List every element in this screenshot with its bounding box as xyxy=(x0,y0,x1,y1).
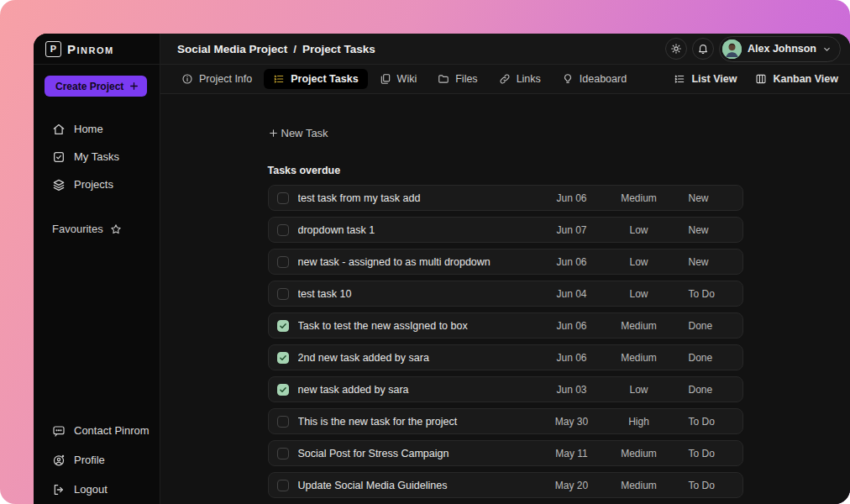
task-status[interactable]: New xyxy=(677,256,732,268)
task-due-date[interactable]: Jun 06 xyxy=(543,256,601,268)
sidebar-item-profile[interactable]: Profile xyxy=(34,445,160,475)
list-view-button[interactable]: List View xyxy=(674,73,737,85)
plus-icon xyxy=(268,128,279,139)
task-list: test task from my task add Jun 06 Medium… xyxy=(268,185,743,504)
sidebar-item-my-tasks[interactable]: My Tasks xyxy=(34,143,160,171)
section-title: Tasks overdue xyxy=(268,165,743,176)
top-bar: Social Media Project / Project Tasks xyxy=(160,34,850,65)
kanban-view-button[interactable]: Kanban View xyxy=(755,73,838,85)
task-row[interactable]: test task from my task add Jun 06 Medium… xyxy=(268,185,743,211)
sidebar-item-contact[interactable]: Contact Pinrom xyxy=(34,416,160,445)
task-status[interactable]: To Do xyxy=(677,480,732,491)
task-priority[interactable]: Medium xyxy=(601,320,677,332)
sidebar-item-label: Projects xyxy=(74,178,113,191)
task-checkbox[interactable] xyxy=(277,384,289,396)
task-name: This is the new task for the project xyxy=(298,416,543,428)
task-priority[interactable]: Low xyxy=(601,224,677,236)
task-checkbox[interactable] xyxy=(277,288,289,300)
top-controls: Alex Johnson xyxy=(665,36,841,62)
new-task-button[interactable]: New Task xyxy=(268,127,328,139)
task-row[interactable]: dropdown task 1 Jun 07 Low New xyxy=(268,217,743,243)
task-priority[interactable]: Medium xyxy=(601,448,677,459)
tab-ideaboard[interactable]: Ideaboard xyxy=(553,69,636,89)
sidebar-item-logout[interactable]: Logout xyxy=(34,475,160,504)
create-project-button[interactable]: Create Project xyxy=(45,76,147,97)
sidebar-footer: Contact Pinrom Profile Logout xyxy=(34,416,160,504)
sidebar-item-projects[interactable]: Projects xyxy=(34,171,160,198)
tab-project-info[interactable]: Project Info xyxy=(172,69,261,89)
task-row[interactable]: new task added by sara Jun 03 Low Done xyxy=(268,376,743,402)
task-due-date[interactable]: Jun 03 xyxy=(543,384,601,396)
task-priority[interactable]: Low xyxy=(601,256,677,268)
task-name: new task - assigned to as multi dropdown xyxy=(298,256,543,268)
task-due-date[interactable]: Jun 06 xyxy=(543,192,601,204)
task-priority[interactable]: Medium xyxy=(601,192,677,204)
task-list-icon xyxy=(273,73,285,85)
task-checkbox[interactable] xyxy=(277,352,289,364)
tab-label: Ideaboard xyxy=(580,73,627,85)
task-due-date[interactable]: Jun 07 xyxy=(543,224,601,236)
task-due-date[interactable]: May 11 xyxy=(543,448,601,459)
task-status[interactable]: New xyxy=(677,192,732,204)
task-status[interactable]: To Do xyxy=(677,448,732,459)
wiki-icon xyxy=(380,73,391,85)
logout-icon xyxy=(52,483,66,496)
task-checkbox[interactable] xyxy=(277,224,289,236)
task-due-date[interactable]: Jun 06 xyxy=(543,352,601,364)
sidebar-item-label: Contact Pinrom xyxy=(74,424,150,437)
user-menu[interactable]: Alex Johnson xyxy=(719,36,841,62)
task-checkbox[interactable] xyxy=(277,320,289,332)
new-task-label: New Task xyxy=(281,127,328,139)
task-name: test task from my task add xyxy=(298,192,543,204)
logo-text: Pinrom xyxy=(67,42,114,56)
task-priority[interactable]: Medium xyxy=(601,480,677,491)
notifications-button[interactable] xyxy=(692,38,714,60)
task-due-date[interactable]: May 30 xyxy=(543,416,601,428)
tab-project-tasks[interactable]: Project Tasks xyxy=(264,69,367,89)
list-view-icon xyxy=(674,73,685,85)
tab-label: Project Tasks xyxy=(291,73,358,85)
task-priority[interactable]: High xyxy=(601,416,677,428)
check-icon xyxy=(279,322,287,330)
sidebar-nav: Home My Tasks Projects xyxy=(34,115,160,198)
tab-label: Project Info xyxy=(199,73,252,85)
task-due-date[interactable]: Jun 04 xyxy=(543,288,601,300)
task-checkbox[interactable] xyxy=(277,192,289,204)
sidebar-item-label: My Tasks xyxy=(74,150,119,163)
sidebar-favourites[interactable]: Favourites xyxy=(34,223,160,235)
task-status[interactable]: Done xyxy=(677,320,732,332)
app-logo: P Pinrom xyxy=(34,34,160,65)
task-status[interactable]: New xyxy=(677,224,732,236)
tab-links[interactable]: Links xyxy=(490,69,550,89)
task-checkbox[interactable] xyxy=(277,416,289,428)
task-status[interactable]: To Do xyxy=(677,416,732,428)
task-status[interactable]: Done xyxy=(677,352,732,364)
task-name: test task 10 xyxy=(298,288,543,300)
task-priority[interactable]: Medium xyxy=(601,352,677,364)
task-due-date[interactable]: Jun 06 xyxy=(543,320,601,332)
task-priority[interactable]: Low xyxy=(601,288,677,300)
theme-toggle-button[interactable] xyxy=(665,38,687,60)
task-row[interactable]: test task 10 Jun 04 Low To Do xyxy=(268,281,743,307)
tab-wiki[interactable]: Wiki xyxy=(370,69,427,89)
task-name: 2nd new task added by sara xyxy=(298,352,543,364)
breadcrumb-page: Project Tasks xyxy=(302,43,375,55)
task-row[interactable]: Update Social Media Guidelines May 20 Me… xyxy=(268,472,743,498)
task-row[interactable]: Task to test the new assIgned to box Jun… xyxy=(268,312,743,339)
task-row[interactable]: Social Post for Stress Campaign May 11 M… xyxy=(268,440,743,466)
sidebar-item-home[interactable]: Home xyxy=(34,115,160,143)
breadcrumb-project[interactable]: Social Media Project xyxy=(177,43,287,55)
task-due-date[interactable]: May 20 xyxy=(543,480,601,491)
plus-icon xyxy=(129,81,139,92)
task-row[interactable]: This is the new task for the project May… xyxy=(268,408,743,434)
tab-files[interactable]: Files xyxy=(428,69,486,89)
task-status[interactable]: To Do xyxy=(677,288,732,300)
task-row[interactable]: 2nd new task added by sara Jun 06 Medium… xyxy=(268,344,743,370)
task-status[interactable]: Done xyxy=(677,384,732,396)
task-row[interactable]: new task - assigned to as multi dropdown… xyxy=(268,249,743,275)
task-checkbox[interactable] xyxy=(277,448,289,459)
create-project-label: Create Project xyxy=(55,81,123,92)
task-checkbox[interactable] xyxy=(277,480,289,491)
task-priority[interactable]: Low xyxy=(601,384,677,396)
task-checkbox[interactable] xyxy=(277,256,289,268)
